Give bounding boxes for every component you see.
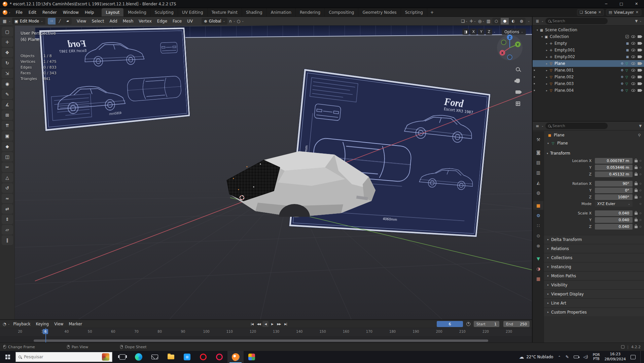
pan-hand-icon[interactable] [514,77,522,85]
tool-button[interactable]: ⇄ [2,204,13,214]
expand-icon[interactable]: ▸ [545,42,549,45]
edge-select-mode-button[interactable]: ╱ [56,18,64,25]
menu-item[interactable]: Playback [10,322,33,326]
properties-tab[interactable]: ◑ [533,264,543,273]
editor-type-icon[interactable]: ▦ [2,19,7,24]
render-visibility-icon[interactable] [638,69,641,72]
properties-tab[interactable]: ∷ [533,221,543,230]
expand-icon[interactable]: ▾ [547,142,549,145]
outliner-row-empty-001[interactable]: ▸ ✛ Empty.001 ▦ [533,47,644,53]
outliner-search[interactable] [545,18,608,24]
rotation-y-field[interactable]: 0° [595,188,633,193]
mesh-data-icon[interactable]: ▽ [624,82,629,86]
animate-dot[interactable] [640,167,641,168]
properties-section-header[interactable]: ▸ Visibility [544,280,644,289]
mode-dropdown[interactable]: ▣ Edit Mode ⌄ [12,18,45,25]
render-visibility-icon[interactable] [638,55,641,58]
expand-icon[interactable]: ▸ [545,76,549,79]
outliner-row-empty-002[interactable]: ▸ ✛ Empty.002 ▦ [533,53,644,60]
lock-icon[interactable] [635,183,638,185]
search-input[interactable] [552,124,605,128]
proportional-editing-icon[interactable]: ○ [237,19,240,24]
properties-tab[interactable]: ◍ [533,188,543,197]
vertex-select-mode-button[interactable]: ∷ [48,18,56,25]
hide-eye-icon[interactable] [631,49,635,51]
navigation-gizmo[interactable]: Z Y X [496,33,524,61]
chevron-down-icon[interactable]: ⌄ [639,19,642,23]
timeline-ruler[interactable]: 2030405060708090100110120130140150160170… [0,328,532,336]
mirror-icon[interactable]: ◨ [462,29,469,35]
workspace-tab[interactable]: Scripting [401,8,427,16]
location-y-field[interactable]: 0.053446 m [595,165,633,170]
menu-item[interactable]: View [74,19,89,24]
current-frame-field[interactable]: 6 [437,321,463,327]
outliner-row-empty[interactable]: ▸ ✛ Empty ▦ [533,40,644,47]
collection-checkbox[interactable]: ✓ [625,35,629,38]
minimize-button[interactable]: ─ [599,0,614,8]
workspace-tab[interactable]: Texture Paint [208,8,242,16]
filter-icon[interactable]: ▼ [635,19,638,23]
unlink-icon[interactable]: ✕ [598,10,601,14]
snap-magnet-icon[interactable]: ∩ [229,19,232,24]
tool-button[interactable]: ⇈ [2,121,13,130]
workspace-tab[interactable]: Compositing [325,8,358,16]
hide-eye-icon[interactable] [631,35,635,38]
weather-widget[interactable]: ☁22°C Nublado [519,354,553,360]
render-visibility-icon[interactable] [638,49,641,51]
animate-dot[interactable] [640,226,641,228]
store-app-button[interactable]: ⊞ [179,351,195,363]
properties-search[interactable] [545,123,608,129]
properties-section-header[interactable]: ▸ Collections [544,253,644,262]
lock-icon[interactable] [635,167,638,169]
rotation-z-field[interactable]: 1080° [595,194,633,200]
taskbar-search-input[interactable] [24,355,99,359]
properties-section-header[interactable]: ▸ Custom Properties [544,308,644,316]
language-switcher[interactable]: POR PTB [593,353,600,361]
start-button[interactable] [0,351,15,363]
menu-item[interactable]: Vertex [136,19,154,24]
properties-tab[interactable]: ▤ [533,158,543,167]
lock-icon[interactable] [635,219,638,221]
lock-icon[interactable] [635,196,638,199]
properties-section-header[interactable]: ▸ Line Art [544,298,644,307]
object-visibility-icon[interactable]: ❏⌄ [461,19,468,24]
opera-gx-app-button[interactable] [211,351,227,363]
playback-button[interactable]: ▶| [283,321,289,327]
add-workspace-button[interactable]: + [427,8,437,16]
workspace-tab[interactable]: Rendering [296,8,325,16]
animate-dot[interactable] [640,183,641,185]
zoom-icon[interactable] [514,65,522,73]
menu-item[interactable]: Mesh [120,19,136,24]
blender-app-button[interactable] [227,351,244,363]
viewport-3d[interactable]: Ford Escort XR3 1987 4060mm Ford Escort [15,26,532,319]
chevron-down-icon[interactable]: ⌄ [242,19,244,23]
menu-item[interactable]: Edge [154,19,170,24]
outliner-row-plane-004[interactable]: ▸ ▽ Plane.004 ⚙▽ [533,87,644,94]
edge-app-button[interactable] [131,351,147,363]
lock-icon[interactable] [635,160,638,162]
menu-item[interactable]: File [13,8,26,16]
axis-x-button[interactable]: X [470,29,477,35]
pen-icon[interactable]: ✎ [566,355,569,359]
menu-item[interactable]: Render [39,8,60,16]
tool-button[interactable]: △ [2,173,13,183]
workspace-tab[interactable]: Modeling [124,8,151,16]
close-button[interactable]: ✕ [629,0,644,8]
properties-tab[interactable]: ▥ [533,168,543,177]
animate-dot[interactable] [640,212,641,214]
expand-icon[interactable]: ▸ [545,69,549,72]
gizmos-toggle-icon[interactable]: ✛⌄ [470,19,476,24]
scale-z-field[interactable]: 0.040 [595,224,633,230]
menu-item[interactable]: Face [170,19,184,24]
remove-viewlayer-icon[interactable]: ✕ [636,10,639,14]
lock-icon[interactable] [635,212,638,215]
properties-section-header[interactable]: ▸ Instancing [544,262,644,271]
volume-icon[interactable]: ◁) [583,355,588,359]
animate-dot[interactable] [640,196,641,198]
menu-item[interactable]: UV [184,19,195,24]
search-input[interactable] [552,19,605,23]
properties-tab[interactable]: ▦ [533,274,543,283]
properties-tab[interactable]: ⚙ [533,211,543,220]
gizmo-y-label[interactable]: Y [516,43,519,46]
render-visibility-icon[interactable] [638,42,641,45]
